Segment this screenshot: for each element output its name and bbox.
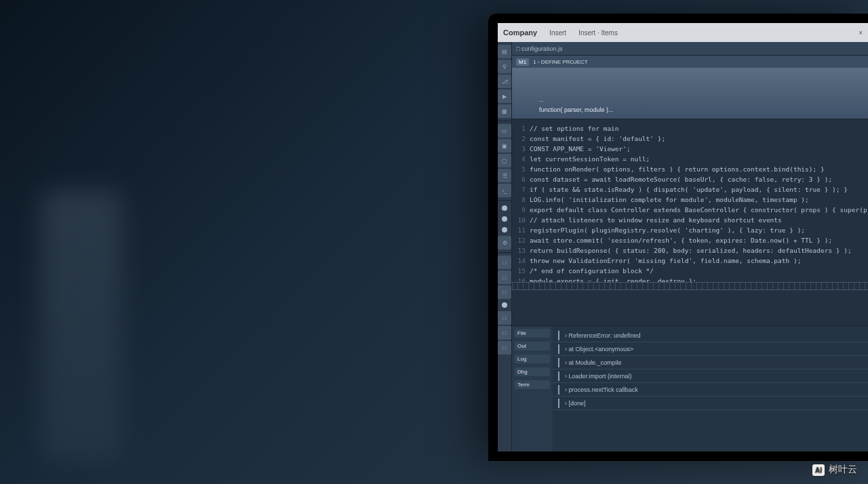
line-number: 12 <box>515 235 530 245</box>
code-line[interactable]: 13return buildResponse( { status: 200, b… <box>515 245 868 256</box>
row-marker-icon <box>558 385 559 395</box>
tool-icon[interactable]: □ <box>498 311 511 325</box>
preview-hint: ··· <box>539 98 868 104</box>
status-dot-icon <box>502 302 507 308</box>
panel-output[interactable]: › ReferenceError: undefined› at Object.<… <box>553 326 868 451</box>
code-line[interactable]: 9export default class Controller extends… <box>515 205 868 215</box>
code-line[interactable]: 1// set options for main <box>515 123 868 134</box>
code-line[interactable]: 15/* end of configuration block */ <box>515 266 868 276</box>
tool-icon[interactable]: □ <box>498 256 511 269</box>
panel-tab[interactable]: File <box>515 329 550 338</box>
tool-icon[interactable]: □ <box>498 341 511 355</box>
line-number: 15 <box>515 266 530 276</box>
watermark-badge: AI <box>812 464 825 476</box>
line-number: 10 <box>515 215 530 225</box>
code-line[interactable]: 8LOG.info( 'initialization complete for … <box>515 195 868 205</box>
debug-icon[interactable]: ▶ <box>498 89 511 103</box>
tool-icon[interactable]: □ <box>498 285 511 299</box>
close-icon[interactable]: × <box>859 29 863 37</box>
code-editor[interactable]: 1// set options for main2const manifest … <box>512 119 868 325</box>
code-line[interactable]: 14throw new ValidationError( 'missing fi… <box>515 256 868 266</box>
status-dot-icon <box>502 216 507 222</box>
code-line[interactable]: 5function onRender( options, filters ) {… <box>515 164 868 174</box>
panel-tab[interactable]: Log <box>515 355 550 363</box>
code-text: // attach listeners to window resize and… <box>530 215 782 225</box>
editor-toolbar: M1 1 ▫ DEFINE PROJECT <box>512 56 868 68</box>
code-line[interactable]: 6const dataset = await loadRemoteSource(… <box>515 174 868 184</box>
line-number: 9 <box>515 205 530 215</box>
output-row[interactable]: › at Object.<anonymous> <box>553 342 868 356</box>
ruler <box>512 282 868 290</box>
screen: Company Insert Insert · Items × ▤ ⚲ ⎇ ▶ … <box>498 23 868 451</box>
code-text: throw new ValidationError( 'missing fiel… <box>530 256 801 266</box>
line-number: 11 <box>515 225 530 235</box>
output-row[interactable]: › process.nextTick callback <box>553 383 868 397</box>
panel-tab[interactable]: Out <box>515 342 550 350</box>
line-number: 14 <box>515 256 530 266</box>
line-number: 4 <box>515 154 530 164</box>
folder-icon[interactable]: ▢ <box>498 154 511 167</box>
app-body: ▤ ⚲ ⎇ ▶ ▦ ▭ ▣ ▢ ☰ ›_ ⚙ □ □ □ <box>498 42 868 451</box>
row-marker-icon <box>558 371 559 381</box>
status-dot-icon <box>502 227 507 233</box>
line-number: 5 <box>515 164 530 174</box>
panel-tabs: FileOutLogDbgTerm <box>512 326 553 451</box>
line-number: 2 <box>515 134 530 144</box>
explorer-icon[interactable]: ▤ <box>498 45 511 58</box>
laptop-bezel: Company Insert Insert · Items × ▤ ⚲ ⎇ ▶ … <box>488 14 868 461</box>
code-text: let currentSessionToken = null; <box>530 154 650 164</box>
terminal-icon[interactable]: ›_ <box>498 184 511 197</box>
code-line[interactable]: 12await store.commit( 'session/refresh',… <box>515 235 868 245</box>
tool-icon[interactable]: □ <box>498 326 511 340</box>
code-line[interactable]: 11registerPlugin( pluginRegistry.resolve… <box>515 225 868 235</box>
output-text: › at Object.<anonymous> <box>565 346 633 352</box>
branch-icon[interactable]: ⎇ <box>498 75 511 88</box>
file-icon[interactable]: ▭ <box>498 124 511 138</box>
line-number: 1 <box>515 123 530 134</box>
code-text: if ( state && state.isReady ) { dispatch… <box>530 184 848 195</box>
database-icon[interactable]: ☰ <box>498 169 511 182</box>
output-text: › Loader.import (internal) <box>565 373 632 380</box>
line-number: 3 <box>515 144 530 154</box>
watermark-text: 树叶云 <box>829 464 857 476</box>
image-icon[interactable]: ▣ <box>498 139 511 153</box>
code-line[interactable]: 4let currentSessionToken = null; <box>515 154 868 164</box>
activity-bar: ▤ ⚲ ⎇ ▶ ▦ ▭ ▣ ▢ ☰ ›_ ⚙ □ □ □ <box>498 42 512 451</box>
code-text: /* end of configuration block */ <box>530 266 654 276</box>
output-row[interactable]: › [done] <box>553 397 868 410</box>
tool-icon[interactable]: □ <box>498 270 511 284</box>
watermark: AI 树叶云 <box>812 464 857 476</box>
code-text: registerPlugin( pluginRegistry.resolve( … <box>530 225 805 235</box>
panel-tab[interactable]: Term <box>515 380 550 389</box>
editor-column: □ configuration.js M1 1 ▫ DEFINE PROJECT… <box>512 42 868 451</box>
editor-tab-bar: □ configuration.js <box>512 42 868 56</box>
code-line[interactable]: 2const manifest = { id: 'default' }; <box>515 134 868 144</box>
search-icon[interactable]: ⚲ <box>498 60 511 73</box>
code-line[interactable]: 3CONST APP_NAME = 'Viewer'; <box>515 144 868 154</box>
output-row[interactable]: › ReferenceError: undefined <box>553 329 868 342</box>
code-text: CONST APP_NAME = 'Viewer'; <box>530 144 631 154</box>
toolbar-badge[interactable]: M1 <box>516 58 529 66</box>
extensions-icon[interactable]: ▦ <box>498 104 511 118</box>
row-marker-icon <box>558 358 559 367</box>
code-line[interactable]: 7if ( state && state.isReady ) { dispatc… <box>515 184 868 195</box>
line-number: 13 <box>515 245 530 256</box>
row-marker-icon <box>558 331 559 340</box>
background-blur <box>41 190 122 461</box>
output-row[interactable]: › at Module._compile <box>553 356 868 369</box>
menu-item-2[interactable]: Insert · Items <box>578 29 618 37</box>
code-text: // set options for main <box>530 123 619 134</box>
output-text: › ReferenceError: undefined <box>565 332 641 339</box>
row-marker-icon <box>558 344 559 354</box>
toolbar-text: 1 ▫ DEFINE PROJECT <box>533 59 588 65</box>
line-number: 6 <box>515 174 530 184</box>
menu-item-1[interactable]: Insert <box>549 29 566 37</box>
settings-icon[interactable]: ⚙ <box>498 236 511 249</box>
code-line[interactable]: 10// attach listeners to window resize a… <box>515 215 868 225</box>
file-tab[interactable]: □ configuration.js <box>516 45 562 52</box>
output-text: › [done] <box>565 400 586 407</box>
output-text: › at Module._compile <box>565 359 622 366</box>
output-row[interactable]: › Loader.import (internal) <box>553 369 868 383</box>
code-text: LOG.info( 'initialization complete for m… <box>530 195 809 205</box>
panel-tab[interactable]: Dbg <box>515 367 550 376</box>
